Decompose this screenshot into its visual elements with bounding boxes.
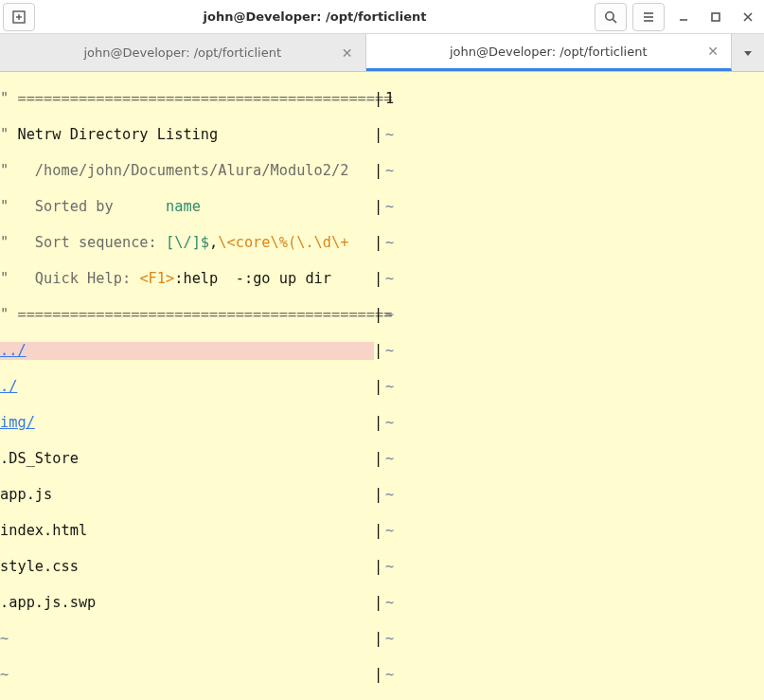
tab-bar: john@Developer: /opt/forticlient ✕ john@… [0,34,764,72]
file-entry[interactable]: style.css [0,558,79,575]
netrw-sort-seq-rest: \<core\%(\.\d\+ [218,234,348,251]
netrw-banner-rule: ========================================… [17,90,392,107]
maximize-button[interactable] [700,3,732,31]
window-titlebar: john@Developer: /opt/forticlient [0,0,764,34]
tab-label: john@Developer: /opt/forticlient [83,45,281,60]
search-button[interactable] [595,3,627,31]
tab-label: john@Developer: /opt/forticlient [450,45,648,59]
close-tab-icon[interactable]: ✕ [704,43,721,60]
terminal-viewport[interactable]: " ======================================… [0,72,764,700]
close-tab-icon[interactable]: ✕ [339,45,356,62]
netrw-sort-seq-label: Sort sequence: [35,234,157,251]
netrw-path: /home/john/Documents/Alura/Modulo2/2 [35,162,349,179]
close-window-button[interactable] [732,3,764,31]
netrw-help-label: Quick Help: [35,270,131,287]
minimize-button[interactable] [667,3,700,31]
svg-marker-12 [744,51,752,56]
svg-rect-9 [712,13,720,21]
file-entry[interactable]: .DS_Store [0,450,79,467]
right-pane-line1: 1 [385,90,394,108]
window-title: john@Developer: /opt/forticlient [38,9,592,24]
netrw-heading: Netrw Directory Listing [17,126,218,143]
file-entry[interactable]: app.js [0,486,52,503]
file-entry[interactable]: .app.js.swp [0,594,96,611]
terminal-tab-1[interactable]: john@Developer: /opt/forticlient ✕ [0,34,366,71]
new-tab-button[interactable] [3,3,35,31]
file-entry-parent[interactable]: ../ [0,342,27,359]
svg-point-3 [606,11,613,19]
netrw-help-key: <F1> [139,270,174,287]
file-entry-current[interactable]: ./ [0,378,17,395]
tab-dropdown-button[interactable] [732,34,764,71]
terminal-tab-2[interactable]: john@Developer: /opt/forticlient ✕ [366,34,733,71]
netrw-help-up: go up dir [253,270,331,287]
svg-line-4 [613,19,616,23]
netrw-sort-seq-dir: [\/]$ [166,234,209,251]
netrw-sorted-by-label: Sorted by [35,198,114,215]
netrw-banner-rule: ========================================… [17,306,392,323]
netrw-sorted-by-value: name [166,198,201,215]
file-entry[interactable]: index.html [0,522,87,539]
file-entry-dir[interactable]: img/ [0,414,35,431]
hamburger-menu-button[interactable] [632,3,665,31]
